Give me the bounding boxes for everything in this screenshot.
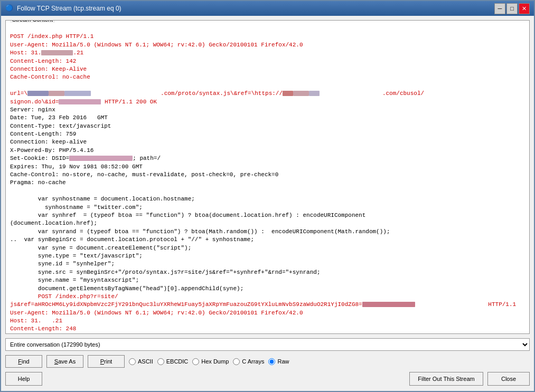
conversation-bar: Entire conversation (172990 bytes)	[5, 337, 530, 352]
window-body: Stream Content POST /index.php HTTP/1.1 …	[1, 16, 534, 391]
response-lines: Server: nginx Date: Tue, 23 Feb 2016 GMT…	[10, 107, 111, 161]
main-window: 🔵 Follow TCP Stream (tcp.stream eq 0) ─ …	[0, 0, 535, 392]
close-button[interactable]: Close	[487, 372, 530, 386]
print-button[interactable]: Print	[88, 355, 125, 368]
title-bar-left: 🔵 Follow TCP Stream (tcp.stream eq 0)	[5, 4, 121, 13]
window-icon: 🔵	[5, 4, 14, 13]
filter-out-label: Filter Out This Stream	[418, 376, 474, 382]
save-as-button[interactable]: Save As	[46, 355, 83, 368]
radio-hexdump-label: Hex Dump	[201, 358, 229, 365]
title-bar: 🔵 Follow TCP Stream (tcp.stream eq 0) ─ …	[1, 1, 534, 16]
stream-text-area[interactable]: POST /index.php HTTP/1.1 User-Agent: Moz…	[6, 21, 529, 333]
conversation-select[interactable]: Entire conversation (172990 bytes)	[5, 338, 530, 351]
radio-carrays[interactable]: C Arrays	[233, 358, 264, 365]
stream-content-group: Stream Content POST /index.php HTTP/1.1 …	[5, 20, 530, 334]
window-title: Follow TCP Stream (tcp.stream eq 0)	[17, 5, 121, 12]
close-label: Close	[501, 376, 516, 382]
minimize-button[interactable]: ─	[494, 3, 505, 14]
close-window-button[interactable]: ✕	[519, 3, 530, 14]
radio-carrays-input[interactable]	[233, 358, 240, 365]
maximize-button[interactable]: □	[506, 3, 518, 14]
filter-close-group: Filter Out This Stream Close	[409, 372, 530, 386]
radio-ascii-label: ASCII	[138, 358, 153, 365]
find-button[interactable]: Find	[5, 355, 42, 368]
title-controls: ─ □ ✕	[494, 3, 530, 14]
radio-raw[interactable]: Raw	[268, 358, 289, 365]
find-label: Find	[18, 358, 29, 365]
filter-out-button[interactable]: Filter Out This Stream	[409, 372, 483, 386]
help-label: Help	[18, 376, 30, 382]
footer-row: Help Filter Out This Stream Close	[5, 371, 530, 387]
radio-ebcdic-label: EBCDIC	[166, 358, 189, 365]
radio-carrays-label: C Arrays	[242, 358, 264, 365]
help-button[interactable]: Help	[5, 372, 42, 386]
radio-ebcdic-input[interactable]	[157, 358, 164, 365]
save-as-label: Save As	[54, 358, 76, 365]
radio-ebcdic[interactable]: EBCDIC	[157, 358, 189, 365]
radio-raw-label: Raw	[277, 358, 289, 365]
redact-host	[41, 50, 73, 55]
radio-ascii[interactable]: ASCII	[129, 358, 153, 365]
stream-content-label: Stream Content	[10, 20, 55, 23]
radio-ascii-input[interactable]	[129, 358, 136, 365]
radio-hexdump[interactable]: Hex Dump	[192, 358, 229, 365]
radio-raw-input[interactable]	[268, 358, 275, 365]
print-label: Print	[100, 358, 112, 365]
action-row: Find Save As Print ASCII EBCDIC Hex Dump	[5, 355, 530, 368]
radio-hexdump-input[interactable]	[192, 358, 199, 365]
